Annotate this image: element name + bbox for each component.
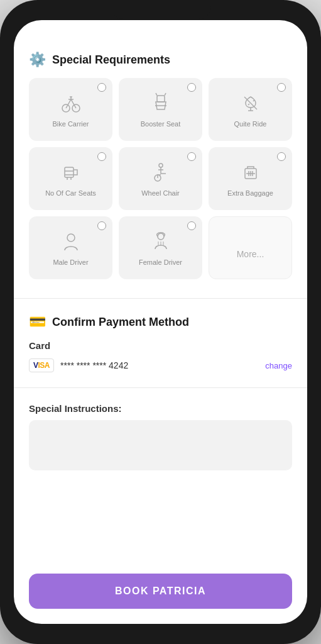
req-item-bike-carrier[interactable]: Bike Carrier xyxy=(29,78,112,141)
req-item-more[interactable]: More... xyxy=(209,216,292,279)
card-row: VISA **** **** **** 4242 change xyxy=(29,358,292,372)
req-label-female-driver: Female Driver xyxy=(139,258,182,267)
svg-point-10 xyxy=(159,164,163,167)
req-item-no-of-car-seats[interactable]: No Of Car Seats xyxy=(29,147,112,210)
special-requirements-title: Special Requirements xyxy=(52,53,170,67)
instructions-input[interactable] xyxy=(29,420,292,470)
instructions-section: Special Instructions: xyxy=(29,403,292,473)
req-radio-extra-baggage xyxy=(277,152,286,161)
quite-ride-icon xyxy=(239,92,262,114)
svg-point-17 xyxy=(67,234,75,242)
book-button-wrapper: BOOK PATRICIA xyxy=(14,564,307,624)
payment-icon: 💳 xyxy=(29,314,46,330)
wheel-chair-icon xyxy=(150,161,172,184)
req-label-extra-baggage: Extra Baggage xyxy=(227,189,273,197)
req-radio-no-of-car-seats xyxy=(97,152,106,161)
svg-line-4 xyxy=(156,93,157,96)
book-button[interactable]: BOOK PATRICIA xyxy=(29,574,292,609)
visa-logo: VISA xyxy=(33,361,50,370)
svg-rect-7 xyxy=(65,167,73,177)
req-radio-bike-carrier xyxy=(97,83,106,92)
req-label-bike-carrier: Bike Carrier xyxy=(52,119,89,128)
req-item-extra-baggage[interactable]: Extra Baggage xyxy=(209,147,292,210)
special-requirements-icon: ⚙️ xyxy=(29,52,46,68)
req-item-booster-seat[interactable]: Booster Seat xyxy=(119,78,202,141)
divider-1 xyxy=(14,298,307,299)
phone-frame: ⚙️ Special Requirements Bike Carrier xyxy=(0,0,321,644)
req-label-quite-ride: Quite Ride xyxy=(234,119,267,128)
extra-baggage-icon xyxy=(239,161,262,184)
female-driver-icon xyxy=(150,230,172,253)
visa-badge: VISA xyxy=(29,358,54,372)
car-seats-icon xyxy=(60,161,82,184)
screen-content: ⚙️ Special Requirements Bike Carrier xyxy=(14,20,307,564)
req-item-quite-ride[interactable]: Quite Ride xyxy=(209,78,292,141)
payment-header: 💳 Confirm Payment Method xyxy=(29,314,292,330)
phone-screen: ⚙️ Special Requirements Bike Carrier xyxy=(14,20,307,624)
req-item-wheel-chair[interactable]: Wheel Chair xyxy=(119,147,202,210)
divider-2 xyxy=(14,387,307,388)
req-label-male-driver: Male Driver xyxy=(53,258,88,267)
special-requirements-header: ⚙️ Special Requirements xyxy=(29,52,292,68)
change-link[interactable]: change xyxy=(265,361,292,370)
booster-seat-icon xyxy=(150,92,172,114)
requirements-grid: Bike Carrier Booster Seat xyxy=(29,78,292,279)
req-radio-male-driver xyxy=(97,221,106,230)
svg-point-18 xyxy=(158,233,164,240)
req-label-no-of-car-seats: No Of Car Seats xyxy=(45,189,96,197)
male-driver-icon xyxy=(60,230,82,253)
svg-line-5 xyxy=(165,93,166,96)
req-radio-booster-seat xyxy=(187,83,196,92)
req-radio-quite-ride xyxy=(277,83,286,92)
req-radio-female-driver xyxy=(187,221,196,230)
card-label: Card xyxy=(29,340,292,351)
svg-rect-2 xyxy=(157,96,165,102)
req-label-wheel-chair: Wheel Chair xyxy=(141,189,180,197)
req-item-female-driver[interactable]: Female Driver xyxy=(119,216,202,279)
payment-section: 💳 Confirm Payment Method Card VISA **** … xyxy=(29,314,292,372)
req-label-booster-seat: Booster Seat xyxy=(141,119,181,128)
bike-carrier-icon xyxy=(60,92,82,114)
req-label-more: More... xyxy=(237,248,264,260)
card-number: **** **** **** 4242 xyxy=(60,360,259,370)
req-radio-wheel-chair xyxy=(187,152,196,161)
req-item-male-driver[interactable]: Male Driver xyxy=(29,216,112,279)
payment-title: Confirm Payment Method xyxy=(52,316,189,329)
phone-notch xyxy=(111,0,211,19)
instructions-label: Special Instructions: xyxy=(29,403,292,414)
